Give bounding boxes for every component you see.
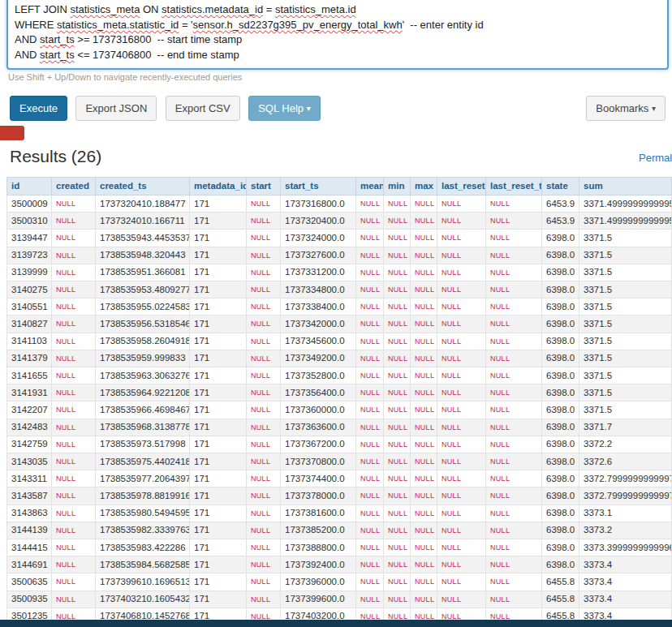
column-header-start_ts[interactable]: start_ts [281, 178, 356, 195]
column-header-mean[interactable]: mean [356, 178, 384, 195]
table-cell: 3143035 [7, 453, 52, 470]
column-header-id[interactable]: id [7, 178, 52, 195]
null-value: NULL [360, 406, 380, 414]
table-cell-null: NULL [52, 487, 96, 505]
null-value: NULL [415, 200, 434, 208]
column-header-min[interactable]: min [384, 178, 411, 195]
table-cell: 171 [190, 281, 247, 298]
table-cell: 3371.5 [579, 402, 672, 419]
null-value: NULL [56, 268, 75, 277]
column-header-created[interactable]: created [52, 178, 96, 195]
table-cell: 3141103 [7, 333, 52, 350]
null-value: NULL [56, 595, 75, 603]
table-cell-null: NULL [437, 298, 486, 316]
column-header-metadata_id[interactable]: metadata_id [190, 178, 247, 195]
table-cell-null: NULL [437, 539, 486, 556]
table-cell: 3140551 [7, 298, 52, 316]
table-cell: 1737388800.0 [281, 539, 356, 556]
export-json-button[interactable]: Export JSON [75, 96, 157, 121]
null-value: NULL [442, 560, 461, 569]
sql-help-button[interactable]: SQL Help ▾ [248, 96, 321, 121]
table-cell: 6455.8 [542, 590, 579, 608]
table-cell: 3141379 [7, 350, 52, 367]
null-value: NULL [360, 492, 380, 500]
table-cell: 1738535943.4453537 [96, 230, 190, 247]
null-value: NULL [251, 337, 270, 346]
table-cell: 1738535984.5682585 [96, 556, 190, 573]
table-cell: 6398.0 [542, 402, 579, 419]
table-cell-null: NULL [52, 402, 96, 419]
table-cell-null: NULL [247, 453, 281, 470]
null-value: NULL [415, 217, 434, 225]
null-value: NULL [251, 406, 270, 414]
column-header-start[interactable]: start [247, 178, 281, 195]
sql-text: = ' [179, 19, 192, 31]
table-cell-null: NULL [486, 419, 542, 436]
table-cell-null: NULL [52, 298, 96, 316]
table-cell-null: NULL [486, 213, 542, 230]
table-cell-null: NULL [247, 264, 281, 281]
table-cell: 6455.8 [542, 573, 579, 590]
table-cell: 6398.0 [542, 281, 579, 298]
permalink-link[interactable]: Permalink [639, 152, 672, 164]
table-cell: 171 [190, 436, 247, 453]
null-value: NULL [490, 440, 510, 449]
null-value: NULL [251, 560, 270, 569]
table-cell: 3373.2 [579, 522, 672, 539]
null-value: NULL [490, 423, 510, 432]
null-value: NULL [360, 200, 380, 208]
sql-editor[interactable]: LEFT JOIN statistics_meta ON statistics.… [6, 0, 669, 70]
table-cell: 3144691 [7, 556, 52, 573]
null-value: NULL [490, 578, 510, 586]
table-cell: 3371.5 [579, 298, 672, 316]
table-cell-null: NULL [52, 350, 96, 367]
table-row: 3142759NULL1738535973.517998171NULL17373… [7, 436, 672, 453]
table-cell: 6398.0 [542, 487, 579, 505]
table-cell-null: NULL [486, 264, 542, 281]
null-value: NULL [56, 251, 75, 260]
null-value: NULL [56, 406, 75, 414]
null-value: NULL [415, 251, 434, 260]
null-value: NULL [251, 234, 270, 242]
column-header-created_ts[interactable]: created_ts [96, 178, 190, 195]
null-value: NULL [415, 423, 434, 432]
null-value: NULL [490, 200, 510, 208]
table-cell: 6398.0 [542, 453, 579, 470]
misspelled-token: statistics.metadata_id [162, 3, 263, 15]
table-cell-null: NULL [384, 436, 411, 453]
column-header-last_reset_ts[interactable]: last_reset_ts [486, 178, 542, 195]
sql-editor-lines: LEFT JOIN statistics_meta ON statistics.… [15, 2, 661, 62]
table-cell: 6398.0 [542, 367, 579, 384]
table-cell-null: NULL [411, 264, 437, 281]
table-cell-null: NULL [486, 298, 542, 316]
table-cell-null: NULL [486, 573, 542, 590]
export-csv-button[interactable]: Export CSV [166, 96, 240, 121]
null-value: NULL [490, 217, 510, 225]
table-cell: 171 [190, 264, 247, 281]
table-cell: 171 [190, 539, 247, 556]
null-value: NULL [490, 371, 510, 380]
table-cell-null: NULL [411, 247, 437, 264]
column-header-max[interactable]: max [411, 178, 437, 195]
null-value: NULL [415, 440, 434, 449]
table-cell-null: NULL [411, 453, 437, 470]
column-header-sum[interactable]: sum [579, 178, 672, 195]
null-value: NULL [415, 406, 434, 414]
table-cell: 6398.0 [542, 436, 579, 453]
null-value: NULL [442, 595, 461, 603]
null-value: NULL [442, 509, 461, 517]
table-cell-null: NULL [384, 264, 411, 281]
table-row: 3141379NULL1738535959.999833171NULL17373… [7, 350, 672, 367]
null-value: NULL [442, 234, 461, 242]
column-header-state[interactable]: state [542, 178, 579, 195]
null-value: NULL [490, 303, 510, 311]
table-cell-null: NULL [356, 195, 384, 213]
execute-button[interactable]: Execute [10, 96, 67, 121]
table-cell-null: NULL [356, 573, 384, 590]
column-header-last_reset[interactable]: last_reset [437, 178, 486, 195]
bookmarks-button[interactable]: Bookmarks ▾ [586, 96, 666, 121]
misspelled-token: statistics_meta.statistic_id [57, 19, 179, 31]
table-cell: 3143587 [7, 487, 52, 505]
table-cell-null: NULL [411, 367, 437, 384]
table-cell: 3371.5 [579, 264, 672, 281]
